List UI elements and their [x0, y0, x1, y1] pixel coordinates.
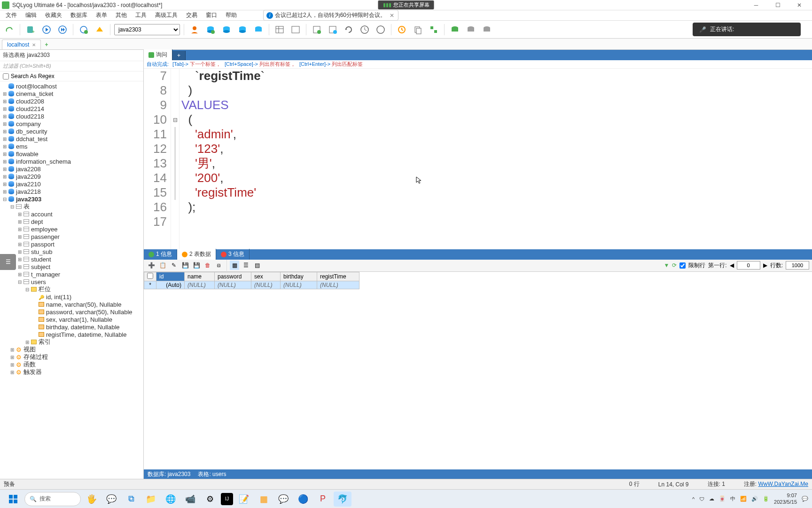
tray-notification-icon[interactable]: 💬 [802, 496, 808, 502]
db-backup-button[interactable] [252, 23, 265, 36]
tree-item[interactable]: ⊞stu_sub [0, 248, 143, 255]
db-export-button[interactable] [220, 23, 233, 36]
tree-item[interactable]: ⊞db_security [0, 127, 143, 135]
tree-item[interactable]: sex, varchar(1), Nullable [0, 316, 143, 323]
result-cancel-button[interactable]: ⦻ [214, 261, 224, 270]
taskbar-wechat[interactable]: 💬 [274, 492, 292, 507]
col-birthday[interactable]: birthday [281, 272, 317, 281]
table-data-button[interactable] [273, 23, 286, 36]
tree-item[interactable]: ⊞information_schema [0, 158, 143, 165]
connection-tab-localhost[interactable]: localhost ✕ [2, 40, 41, 49]
menu-other[interactable]: 其他 [112, 10, 131, 20]
result-dup-button[interactable]: 📋 [158, 261, 167, 270]
menu-database[interactable]: 数据库 [67, 10, 91, 20]
tree-item[interactable]: ⊞java2218 [0, 188, 143, 195]
fold-column[interactable]: ⊟ [171, 69, 180, 249]
result-tab-msg[interactable]: 3 信息 [216, 249, 250, 260]
taskbar-clock[interactable]: 9:07 2023/5/15 [774, 492, 797, 505]
user-button[interactable] [188, 23, 201, 36]
db-tool1-button[interactable] [448, 23, 461, 36]
tree-item[interactable]: ⊞java2210 [0, 180, 143, 188]
first-prev-icon[interactable]: ◀ [730, 262, 734, 269]
taskbar-app-4[interactable]: ▦ [255, 492, 273, 507]
tray-shield-icon[interactable]: 🛡 [699, 496, 704, 502]
taskbar-search[interactable]: 🔍 搜索 [24, 492, 81, 506]
minimize-button[interactable]: ─ [745, 0, 767, 10]
table-info-button[interactable] [289, 23, 302, 36]
tree-item[interactable]: ⊞cloud2208 [0, 97, 143, 105]
tree-item[interactable]: ⊟users [0, 278, 143, 286]
first-row-input[interactable] [737, 261, 760, 270]
sync-button[interactable] [374, 23, 387, 36]
taskbar-app-2[interactable]: 💬 [102, 492, 120, 507]
view-text-button[interactable]: ▤ [252, 261, 262, 270]
tree-item[interactable]: ⊞⚙触发器 [0, 368, 143, 376]
new-query-button[interactable]: + [24, 23, 37, 36]
taskbar-app-5[interactable]: 🔵 [294, 492, 312, 507]
col-password[interactable]: password [215, 272, 251, 281]
execute-button[interactable] [40, 23, 53, 36]
taskbar-chrome[interactable]: 🌐 [162, 492, 180, 507]
tray-onedrive-icon[interactable]: ☁ [709, 496, 714, 502]
tree-item[interactable]: ⊞flowable [0, 150, 143, 158]
col-id[interactable]: id [156, 272, 185, 281]
sql-editor[interactable]: 7891011121314151617 ⊟ `registTime` )VALU… [144, 69, 812, 249]
registration-link[interactable]: WwW.DaYanZai.Me [758, 481, 808, 487]
menu-window[interactable]: 窗口 [202, 10, 221, 20]
refresh-button[interactable] [77, 23, 90, 36]
query-tab-1[interactable]: 询问 [144, 49, 172, 60]
tree-item[interactable]: birthday, datetime, Nullable [0, 323, 143, 331]
tray-up-icon[interactable]: ^ [692, 496, 695, 502]
tree-item[interactable]: ⊞⚙函数 [0, 361, 143, 368]
reload-button[interactable] [342, 23, 355, 36]
menu-file[interactable]: 文件 [2, 10, 21, 20]
tree-item[interactable]: ⊟栏位 [0, 286, 143, 293]
filter-input[interactable]: 过滤器 (Ctrl+Shift+B) [0, 61, 143, 71]
tree-item[interactable]: ⊞passport [0, 240, 143, 248]
db-refresh-button[interactable] [204, 23, 217, 36]
result-tab-data[interactable]: 2 表数据 [177, 249, 216, 260]
view-grid-button[interactable]: ▦ [230, 261, 239, 270]
result-add-button[interactable]: ➕ [147, 261, 156, 270]
menu-edit[interactable]: 编辑 [22, 10, 40, 20]
db-tool3-button[interactable] [480, 23, 493, 36]
menu-powertools[interactable]: 高级工具 [151, 10, 181, 20]
taskbar-intellij[interactable]: IJ [221, 493, 233, 505]
taskbar-sqlyog[interactable]: 🐬 [334, 492, 351, 507]
menu-tools[interactable]: 工具 [132, 10, 150, 20]
tree-item[interactable]: ⊞java2209 [0, 173, 143, 180]
notice-close-icon[interactable]: ✕ [390, 12, 394, 19]
tree-item[interactable]: ⊞索引 [0, 338, 143, 346]
tree-item[interactable]: ⊞ems [0, 143, 143, 150]
add-query-tab[interactable]: + [172, 51, 186, 60]
result-edit-button[interactable]: ✎ [169, 261, 179, 270]
taskbar-powerpoint[interactable]: P [314, 492, 332, 507]
table-row[interactable]: * (Auto) (NULL) (NULL) (NULL) (NULL) (NU… [144, 281, 359, 289]
taskbar-vscode[interactable]: ⧉ [122, 492, 140, 507]
view-form-button[interactable]: ☰ [241, 261, 250, 270]
execute-all-button[interactable] [56, 23, 69, 36]
text-view-button[interactable] [326, 23, 339, 36]
tree-item[interactable]: ⊞⚙视图 [0, 346, 143, 353]
tray-wifi-icon[interactable]: 📶 [740, 496, 747, 502]
tree-item[interactable]: ⊞subject [0, 263, 143, 270]
tray-ime2-icon[interactable]: 中 [730, 495, 735, 502]
start-button[interactable] [4, 492, 23, 507]
select-all-checkbox[interactable] [144, 272, 156, 281]
tree-item[interactable]: ⊞ddchat_test [0, 135, 143, 143]
result-delete-button[interactable]: 🗑 [203, 261, 212, 270]
database-selector[interactable]: java2303 [114, 24, 180, 35]
filter-icon[interactable]: ▼ [664, 262, 669, 269]
menu-transaction[interactable]: 交易 [182, 10, 201, 20]
tree-item[interactable]: ⊞account [0, 210, 143, 218]
result-tab-info[interactable]: 1 信息 [144, 249, 177, 260]
close-tab-icon[interactable]: ✕ [32, 42, 36, 48]
tree-item[interactable]: name, varchar(50), Nullable [0, 301, 143, 308]
tree-item[interactable]: registTime, datetime, Nullable [0, 331, 143, 338]
result-saveall-button[interactable]: 💾 [192, 261, 201, 270]
tree-item[interactable]: ⊟表 [0, 203, 143, 210]
result-grid[interactable]: id name password sex birthday registTime… [144, 272, 812, 289]
close-button[interactable]: ✕ [789, 0, 810, 10]
taskbar-explorer[interactable]: 📁 [142, 492, 160, 507]
code-content[interactable]: `registTime` )VALUES ( 'admin', '123', '… [180, 69, 812, 249]
